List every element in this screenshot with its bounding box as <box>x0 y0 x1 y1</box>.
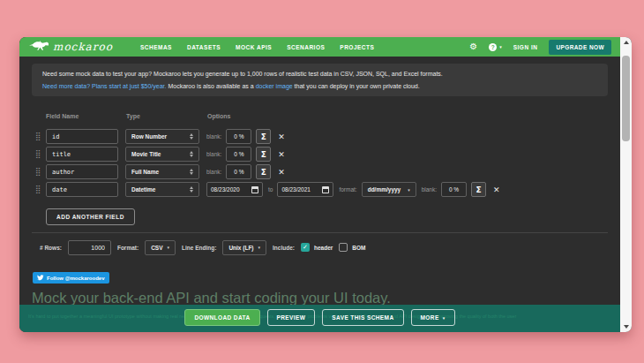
intro-line1: Need some mock data to test your app? Mo… <box>42 68 597 80</box>
date-format-select[interactable]: dd/mm/yyyy ▾ <box>362 182 416 197</box>
format-value: CSV <box>151 245 162 251</box>
more-button[interactable]: MORE ▾ <box>411 309 455 326</box>
field-name-input[interactable] <box>46 164 118 179</box>
blank-label: blank: <box>206 151 221 157</box>
include-label: Include: <box>273 245 295 251</box>
to-label: to <box>268 186 273 193</box>
nav-item-projects[interactable]: PROJECTS <box>340 44 374 50</box>
formula-sigma-button[interactable]: Σ <box>256 164 271 179</box>
divider <box>32 232 608 233</box>
drag-handle-icon[interactable]: ⣿ <box>35 132 46 140</box>
intro-line2: Need more data? Plans start at just $50/… <box>42 80 597 93</box>
preview-button[interactable]: PREVIEW <box>267 309 316 326</box>
sort-arrows-icon <box>190 186 193 193</box>
sort-arrows-icon <box>190 169 193 175</box>
formula-sigma-button[interactable]: Σ <box>471 182 486 197</box>
twitter-follow-button[interactable]: Follow @mockaroodev <box>33 272 109 284</box>
format-select[interactable]: CSV ▾ <box>145 240 176 255</box>
formula-sigma-button[interactable]: Σ <box>256 129 271 144</box>
docker-image-link[interactable]: docker image <box>256 83 293 89</box>
header-checkbox-label: header <box>314 245 333 251</box>
bom-checkbox-label: BOM <box>352 245 365 251</box>
field-row-author: ⣿ Full Name blank: Σ ✕ <box>35 164 285 179</box>
date-format-value: dd/mm/yyyy <box>368 186 401 193</box>
calendar-icon <box>322 186 329 193</box>
field-type-select[interactable]: Full Name <box>125 164 199 179</box>
rows-label: # Rows: <box>40 245 62 251</box>
col-options: Options <box>207 113 230 119</box>
nav-item-datasets[interactable]: DATASETS <box>187 44 221 50</box>
field-type-value: Datetime <box>131 186 155 193</box>
blank-label: blank: <box>206 133 221 140</box>
promo-heading: Mock your back-end API and start coding … <box>32 289 391 305</box>
header-checkbox[interactable]: ✓ <box>301 243 310 252</box>
blank-label: blank: <box>206 169 221 175</box>
blank-label: blank: <box>422 186 437 193</box>
blank-percent-input[interactable] <box>226 147 251 162</box>
twitter-follow-label: Follow @mockaroodev <box>47 276 105 281</box>
navbar: mockaroo SCHEMAS DATASETS MOCK APIS SCEN… <box>19 37 620 57</box>
nav-item-mock-apis[interactable]: MOCK APIS <box>236 44 272 50</box>
generate-options-bar: # Rows: Format: CSV ▾ Line Ending: Unix … <box>40 238 365 256</box>
remove-field-icon[interactable]: ✕ <box>278 132 285 141</box>
field-type-select[interactable]: Row Number <box>125 129 199 144</box>
blank-percent-input[interactable] <box>441 182 467 197</box>
download-data-button[interactable]: DOWNLOAD DATA <box>184 309 259 326</box>
settings-gear-icon[interactable]: ⚙ <box>469 42 477 51</box>
intro-line2-mid: Mockaroo is also available as a <box>166 83 255 89</box>
format-label: format: <box>339 186 356 193</box>
date-from-input[interactable]: 08/23/2020 <box>206 182 263 197</box>
plans-link[interactable]: Need more data? Plans start at just $50/… <box>42 83 166 89</box>
line-ending-label: Line Ending: <box>182 245 216 251</box>
bom-checkbox[interactable] <box>339 243 348 252</box>
brand-logo[interactable]: mockaroo <box>28 39 113 55</box>
field-type-value: Full Name <box>131 169 159 175</box>
formula-sigma-button[interactable]: Σ <box>256 147 271 162</box>
field-type-value: Row Number <box>131 133 167 140</box>
promo-paragraph: It's hard to put together a meaningful U… <box>28 314 611 319</box>
line-ending-select[interactable]: Unix (LF) ▾ <box>222 240 266 255</box>
intro-infobox: Need some mock data to test your app? Mo… <box>32 64 608 96</box>
calendar-icon <box>251 186 258 193</box>
scrollbar-thumb[interactable] <box>622 56 630 141</box>
chevron-down-icon: ▾ <box>258 245 261 250</box>
nav-item-scenarios[interactable]: SCENARIOS <box>287 44 325 50</box>
remove-field-icon[interactable]: ✕ <box>278 168 285 177</box>
field-row-title: ⣿ Movie Title blank: Σ ✕ <box>35 147 285 162</box>
add-another-field-button[interactable]: ADD ANOTHER FIELD <box>46 208 135 225</box>
field-row-id: ⣿ Row Number blank: Σ ✕ <box>35 129 285 144</box>
rows-count-input[interactable] <box>68 240 111 255</box>
help-menu[interactable]: ? ▾ <box>489 43 502 51</box>
drag-handle-icon[interactable]: ⣿ <box>35 185 46 193</box>
field-type-select[interactable]: Datetime <box>125 182 199 197</box>
blank-percent-input[interactable] <box>226 164 251 179</box>
chevron-down-icon: ▾ <box>168 245 170 250</box>
field-type-select[interactable]: Movie Title <box>125 147 199 162</box>
sort-arrows-icon <box>190 151 193 157</box>
drag-handle-icon[interactable]: ⣿ <box>35 168 46 176</box>
remove-field-icon[interactable]: ✕ <box>278 150 285 159</box>
scroll-up-arrow-icon[interactable] <box>624 41 629 44</box>
help-icon: ? <box>489 43 497 51</box>
blank-percent-input[interactable] <box>226 129 251 144</box>
chevron-down-icon: ▾ <box>408 187 410 193</box>
col-field-name: Field Name <box>46 113 79 119</box>
content-area: Need some mock data to test your app? Mo… <box>19 57 620 305</box>
field-name-input[interactable] <box>46 129 118 144</box>
col-type: Type <box>126 113 140 119</box>
upgrade-now-button[interactable]: UPGRADE NOW <box>549 40 611 55</box>
sort-arrows-icon <box>190 133 193 140</box>
sign-in-link[interactable]: SIGN IN <box>513 44 538 50</box>
date-to-input[interactable]: 08/23/2021 <box>277 182 333 197</box>
field-name-input[interactable] <box>46 182 118 197</box>
save-schema-button[interactable]: SAVE THIS SCHEMA <box>322 309 403 326</box>
vertical-scrollbar[interactable] <box>620 37 632 332</box>
brand-name: mockaroo <box>53 41 113 53</box>
nav-item-schemas[interactable]: SCHEMAS <box>140 44 172 50</box>
remove-field-icon[interactable]: ✕ <box>493 185 500 194</box>
scroll-down-arrow-icon[interactable] <box>624 325 629 329</box>
drag-handle-icon[interactable]: ⣿ <box>35 150 46 158</box>
field-type-value: Movie Title <box>131 151 161 157</box>
field-name-input[interactable] <box>46 147 118 162</box>
field-row-date: ⣿ Datetime 08/23/2020 to 08/23/2021 form… <box>35 182 500 197</box>
